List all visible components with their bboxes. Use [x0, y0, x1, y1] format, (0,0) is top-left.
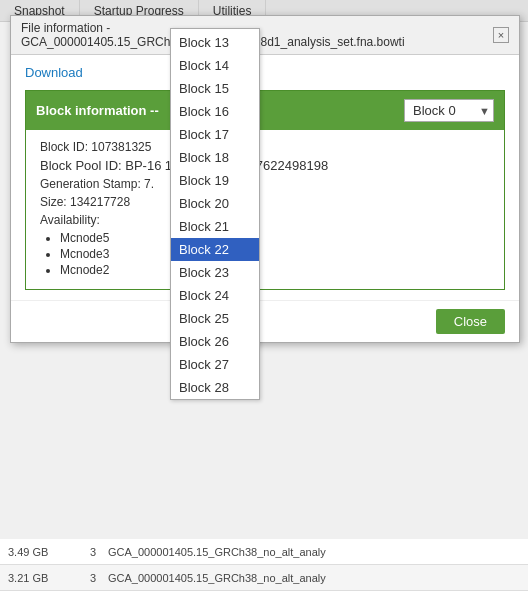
- dropdown-item[interactable]: Block 26: [171, 330, 259, 353]
- dialog-footer: Close: [11, 300, 519, 342]
- dropdown-item[interactable]: Block 25: [171, 307, 259, 330]
- dropdown-item[interactable]: Block 24: [171, 284, 259, 307]
- row1-count: 3: [78, 546, 108, 558]
- list-item: Mcnode2: [60, 263, 490, 277]
- availability-list: Mcnode5 Mcnode3 Mcnode2: [40, 231, 490, 277]
- generation-stamp: Generation Stamp: 7.: [40, 177, 490, 191]
- dropdown-list: Block 9Block 10Block 11Block 12Block 13B…: [170, 28, 260, 400]
- block-dropdown-wrapper[interactable]: Block 0 ▼: [404, 99, 494, 122]
- row2-count: 3: [78, 572, 108, 584]
- dropdown-scroll-area[interactable]: Block 9Block 10Block 11Block 12Block 13B…: [171, 29, 259, 399]
- dropdown-item[interactable]: Block 17: [171, 123, 259, 146]
- block-pool-id: Block Pool ID: BP-16 19.220.149-14376224…: [40, 158, 490, 173]
- block-id: Block ID: 107381325: [40, 140, 490, 154]
- row1-filename: GCA_000001405.15_GRCh38_no_alt_analy: [108, 546, 520, 558]
- close-button[interactable]: Close: [436, 309, 505, 334]
- dropdown-item[interactable]: Block 20: [171, 192, 259, 215]
- dropdown-item[interactable]: Block 13: [171, 31, 259, 54]
- dropdown-item[interactable]: Block 23: [171, 261, 259, 284]
- availability-label: Availability:: [40, 213, 490, 227]
- dropdown-item[interactable]: Block 21: [171, 215, 259, 238]
- block-header: Block information -- Block 0 ▼: [26, 91, 504, 130]
- dialog-close-icon-button[interactable]: ×: [493, 27, 509, 43]
- block-size: Size: 134217728: [40, 195, 490, 209]
- table-row: 3.21 GB 3 GCA_000001405.15_GRCh38_no_alt…: [0, 565, 528, 591]
- dropdown-item[interactable]: Block 14: [171, 54, 259, 77]
- dialog-titlebar: File information - GCA_000001405.15_GRCh…: [11, 16, 519, 55]
- dropdown-item[interactable]: Block 16: [171, 100, 259, 123]
- row1-size: 3.49 GB: [8, 546, 78, 558]
- block-info-section: Block information -- Block 0 ▼ Block ID:…: [25, 90, 505, 290]
- download-link[interactable]: Download: [25, 65, 83, 80]
- dropdown-item[interactable]: Block 22: [171, 238, 259, 261]
- row2-filename: GCA_000001405.15_GRCh38_no_alt_analy: [108, 572, 520, 584]
- list-item: Mcnode5: [60, 231, 490, 245]
- block-details: Block ID: 107381325 Block Pool ID: BP-16…: [26, 130, 504, 289]
- block-select[interactable]: Block 0: [404, 99, 494, 122]
- dropdown-item[interactable]: Block 28: [171, 376, 259, 399]
- dialog-body: Download Block information -- Block 0 ▼ …: [11, 55, 519, 300]
- dropdown-item[interactable]: Block 15: [171, 77, 259, 100]
- dropdown-item[interactable]: Block 18: [171, 146, 259, 169]
- file-info-dialog: File information - GCA_000001405.15_GRCh…: [10, 15, 520, 343]
- row2-size: 3.21 GB: [8, 572, 78, 584]
- table-row: 3.49 GB 3 GCA_000001405.15_GRCh38_no_alt…: [0, 539, 528, 565]
- list-item: Mcnode3: [60, 247, 490, 261]
- dropdown-item[interactable]: Block 19: [171, 169, 259, 192]
- dropdown-item[interactable]: Block 27: [171, 353, 259, 376]
